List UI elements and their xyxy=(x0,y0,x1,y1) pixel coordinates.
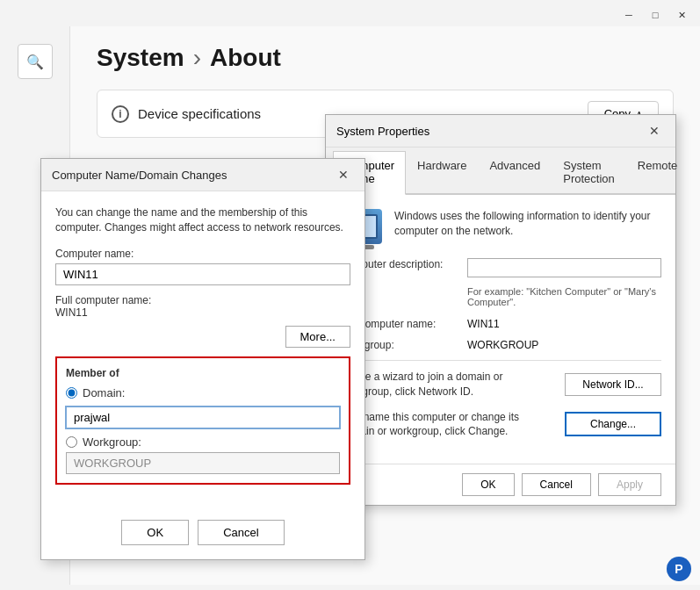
dialog-description: You can change the name and the membersh… xyxy=(55,205,350,235)
sys-dialog-titlebar: System Properties ✕ xyxy=(326,115,675,148)
domain-radio-label: Domain: xyxy=(83,386,125,399)
domain-input[interactable] xyxy=(66,407,340,428)
full-computer-name-label: Full computer name: xyxy=(55,294,350,306)
sys-computer-row: Windows uses the following information t… xyxy=(340,209,661,244)
sys-desc-text: Windows uses the following information t… xyxy=(394,209,661,239)
full-name-row: Full computer name: WIN11 xyxy=(340,318,661,330)
minimize-button[interactable]: ─ xyxy=(621,7,637,23)
sys-dialog-close-button[interactable]: ✕ xyxy=(644,122,665,140)
info-icon: i xyxy=(112,105,129,123)
domain-radio-row: Domain: xyxy=(66,386,340,399)
network-id-button[interactable]: Network ID... xyxy=(565,373,661,396)
tab-advanced[interactable]: Advanced xyxy=(478,151,552,193)
maximize-button[interactable]: □ xyxy=(647,7,663,23)
member-of-box: Member of Domain: Workgroup: xyxy=(55,356,350,485)
sys-cancel-button[interactable]: Cancel xyxy=(522,473,591,496)
name-change-dialog: Computer Name/Domain Changes ✕ You can c… xyxy=(40,158,365,560)
dialog-footer: OK Cancel xyxy=(41,511,364,559)
computer-desc-example: For example: "Kitchen Computer" or "Mary… xyxy=(467,286,661,307)
computer-desc-input[interactable] xyxy=(467,258,661,277)
computer-name-label: Computer name: xyxy=(55,248,350,260)
dialog-cancel-button[interactable]: Cancel xyxy=(198,520,284,545)
sys-ok-button[interactable]: OK xyxy=(462,473,514,496)
dialog-close-button[interactable]: ✕ xyxy=(333,166,354,183)
divider xyxy=(340,360,661,361)
page-title: System › About xyxy=(97,44,674,72)
workgroup-value: WORKGROUP xyxy=(467,339,538,351)
more-btn-row: More... xyxy=(55,326,350,348)
change-button[interactable]: Change... xyxy=(565,412,661,436)
full-computer-name-value: WIN11 xyxy=(55,306,350,319)
watermark: P xyxy=(667,557,691,581)
rename-desc: To rename this computer or change its do… xyxy=(340,410,556,440)
dialog-titlebar: Computer Name/Domain Changes ✕ xyxy=(41,159,364,191)
sys-tabs: Computer Name Hardware Advanced System P… xyxy=(326,148,675,195)
breadcrumb-separator: › xyxy=(193,44,201,72)
workgroup-radio-row: Workgroup: xyxy=(66,435,340,449)
sys-body: Windows uses the following information t… xyxy=(326,195,675,464)
computer-desc-row: Computer description: xyxy=(340,258,661,277)
sys-dialog-title: System Properties xyxy=(336,125,429,138)
change-row: To rename this computer or change its do… xyxy=(340,410,661,440)
device-specs-title: Device specifications xyxy=(138,106,261,121)
title-bar: ─ □ ✕ xyxy=(0,0,700,26)
tab-remote[interactable]: Remote xyxy=(626,151,689,193)
tab-hardware[interactable]: Hardware xyxy=(406,151,478,193)
search-icon: 🔍 xyxy=(26,54,44,70)
workgroup-radio[interactable] xyxy=(66,436,77,448)
computer-name-input[interactable] xyxy=(55,263,350,285)
domain-radio[interactable] xyxy=(66,387,77,399)
breadcrumb-system: System xyxy=(97,44,184,72)
sys-apply-button[interactable]: Apply xyxy=(598,473,661,496)
full-name-value: WIN11 xyxy=(467,318,500,330)
workgroup-input xyxy=(66,452,340,474)
dialog-body: You can change the name and the membersh… xyxy=(41,191,364,511)
dialog-title: Computer Name/Domain Changes xyxy=(52,169,227,182)
tab-system-protection[interactable]: System Protection xyxy=(552,151,626,193)
breadcrumb-about: About xyxy=(210,44,281,72)
dialog-ok-button[interactable]: OK xyxy=(121,520,189,545)
section-header-left: i Device specifications xyxy=(112,105,261,123)
sys-dialog-footer: OK Cancel Apply xyxy=(326,464,675,505)
network-id-desc: To use a wizard to join a domain or work… xyxy=(340,370,556,399)
workgroup-row: Workgroup: WORKGROUP xyxy=(340,339,661,351)
network-id-row: To use a wizard to join a domain or work… xyxy=(340,370,661,399)
member-of-title: Member of xyxy=(66,367,340,379)
search-button[interactable]: 🔍 xyxy=(18,44,53,79)
close-button[interactable]: ✕ xyxy=(674,7,689,23)
more-button[interactable]: More... xyxy=(285,326,350,348)
workgroup-radio-label: Workgroup: xyxy=(83,435,141,449)
system-properties-dialog: System Properties ✕ Computer Name Hardwa… xyxy=(325,114,676,506)
